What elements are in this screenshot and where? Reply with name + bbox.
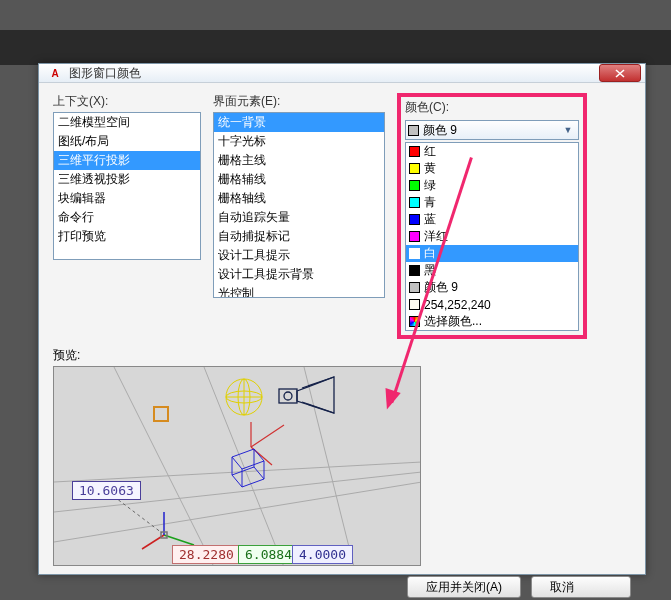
svg-rect-6 [154,407,168,421]
coord-value-1: 10.6063 [72,481,141,500]
swatch-icon [409,265,420,276]
color-label: 红 [424,143,436,160]
window-title: 图形窗口颜色 [69,65,141,82]
element-item[interactable]: 自动捕捉标记 [214,227,384,246]
color-combobox[interactable]: 颜色 9 ▼ [405,120,579,140]
svg-line-20 [254,467,264,479]
context-listbox[interactable]: 二维模型空间图纸/布局三维平行投影三维透视投影块编辑器命令行打印预览 [53,112,201,260]
color-option[interactable]: 黄 [406,160,578,177]
current-color-text: 颜色 9 [423,122,457,139]
swatch-icon [409,248,420,259]
element-item[interactable]: 统一背景 [214,113,384,132]
element-item[interactable]: 光控制 [214,284,384,298]
color-label: 254,252,240 [424,298,491,312]
svg-line-22 [164,535,194,545]
color-option[interactable]: 蓝 [406,211,578,228]
color-option[interactable]: 254,252,240 [406,296,578,313]
context-item[interactable]: 块编辑器 [54,189,200,208]
element-label: 界面元素(E): [213,93,385,110]
svg-rect-12 [279,389,297,403]
element-item[interactable]: 栅格主线 [214,151,384,170]
color-option[interactable]: 红 [406,143,578,160]
color-label: 青 [424,194,436,211]
coord-value-2: 28.2280 [172,545,241,564]
context-item[interactable]: 打印预览 [54,227,200,246]
swatch-icon [409,163,420,174]
element-item[interactable]: 设计工具提示 [214,246,384,265]
swatch-icon [409,146,420,157]
context-item[interactable]: 图纸/布局 [54,132,200,151]
color-dropdown-list[interactable]: 红黄绿青蓝洋红白黑颜色 9254,252,240选择颜色... [405,142,579,331]
element-listbox[interactable]: 统一背景十字光标栅格主线栅格辅线栅格轴线自动追踪矢量自动捕捉标记设计工具提示设计… [213,112,385,298]
close-button[interactable] [599,64,641,82]
context-item[interactable]: 三维平行投影 [54,151,200,170]
swatch-icon [409,197,420,208]
preview-pane: 10.6063 28.2280 6.0884 4.0000 [53,366,421,566]
color-option[interactable]: 青 [406,194,578,211]
svg-line-0 [54,462,421,482]
preview-label: 预览: [53,347,631,364]
context-item[interactable]: 命令行 [54,208,200,227]
titlebar[interactable]: A 图形窗口颜色 [39,64,645,83]
swatch-icon [409,231,420,242]
swatch-icon [409,282,420,293]
swatch-icon [409,299,420,310]
color-option[interactable]: 选择颜色... [406,313,578,330]
element-item[interactable]: 栅格轴线 [214,189,384,208]
cancel-button[interactable]: 取消 [531,576,631,598]
svg-point-13 [284,392,292,400]
dialog-window: A 图形窗口颜色 上下文(X): 二维模型空间图纸/布局三维平行投影三维透视投影… [38,63,646,575]
element-item[interactable]: 栅格辅线 [214,170,384,189]
preview-graphics [54,367,421,566]
color-label: 绿 [424,177,436,194]
color-label: 颜色(C): [405,99,579,116]
context-item[interactable]: 三维透视投影 [54,170,200,189]
current-swatch [408,125,419,136]
element-item[interactable]: 设计工具提示背景 [214,265,384,284]
chevron-down-icon: ▼ [560,125,576,135]
swatch-icon [409,214,420,225]
app-icon: A [47,65,63,81]
element-item[interactable]: 十字光标 [214,132,384,151]
svg-line-16 [251,425,284,447]
context-label: 上下文(X): [53,93,201,110]
svg-line-3 [114,367,214,566]
color-label: 黄 [424,160,436,177]
element-item[interactable]: 自动追踪矢量 [214,208,384,227]
apply-close-button[interactable]: 应用并关闭(A) [407,576,521,598]
swatch-icon [409,180,420,191]
color-label: 蓝 [424,211,436,228]
coord-value-4: 4.0000 [292,545,353,564]
svg-line-15 [302,402,334,413]
color-label: 白 [424,245,436,262]
color-option[interactable]: 洋红 [406,228,578,245]
color-option[interactable]: 绿 [406,177,578,194]
context-item[interactable]: 二维模型空间 [54,113,200,132]
color-option[interactable]: 白 [406,245,578,262]
color-label: 选择颜色... [424,313,482,330]
coord-value-3: 6.0884 [238,545,299,564]
